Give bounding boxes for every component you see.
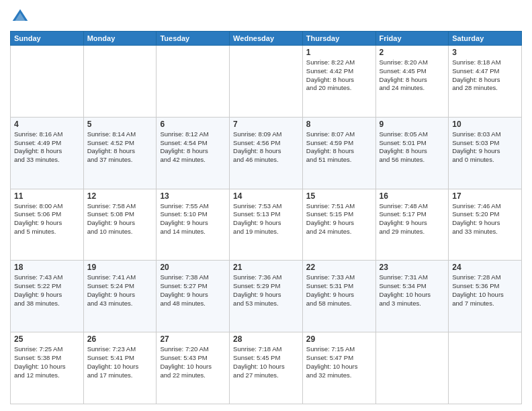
calendar-day-cell: 25Sunrise: 7:25 AMSunset: 5:38 PMDayligh…: [11, 332, 84, 404]
calendar-week-row: 4Sunrise: 8:16 AMSunset: 4:49 PMDaylight…: [11, 117, 522, 189]
calendar-day-cell: 14Sunrise: 7:53 AMSunset: 5:13 PMDayligh…: [230, 189, 303, 261]
day-info-line: Sunset: 5:29 PM: [233, 282, 299, 291]
calendar-day-cell: 15Sunrise: 7:51 AMSunset: 5:15 PMDayligh…: [302, 189, 375, 261]
calendar-day-cell: [449, 332, 522, 404]
day-info-line: Sunrise: 7:58 AM: [87, 202, 153, 211]
day-info-line: Sunrise: 7:15 AM: [306, 345, 372, 354]
day-info-line: Sunrise: 7:53 AM: [233, 202, 299, 211]
calendar-day-cell: 16Sunrise: 7:48 AMSunset: 5:17 PMDayligh…: [375, 189, 449, 261]
day-info-line: Sunset: 5:08 PM: [87, 210, 153, 219]
calendar-day-cell: 8Sunrise: 8:07 AMSunset: 4:59 PMDaylight…: [302, 117, 375, 189]
calendar-day-header: Wednesday: [230, 32, 303, 46]
calendar-day-cell: 19Sunrise: 7:41 AMSunset: 5:24 PMDayligh…: [83, 261, 157, 332]
day-info-line: Daylight: 9 hours: [233, 219, 299, 228]
calendar-day-cell: 27Sunrise: 7:20 AMSunset: 5:43 PMDayligh…: [157, 332, 230, 404]
calendar-day-cell: 23Sunrise: 7:31 AMSunset: 5:34 PMDayligh…: [375, 261, 449, 332]
day-info-line: Daylight: 8 hours: [452, 76, 518, 85]
calendar-day-header: Saturday: [449, 32, 522, 46]
calendar-day-cell: 18Sunrise: 7:43 AMSunset: 5:22 PMDayligh…: [11, 261, 84, 332]
day-info-line: Sunrise: 7:46 AM: [452, 202, 518, 211]
calendar-week-row: 11Sunrise: 8:00 AMSunset: 5:06 PMDayligh…: [11, 189, 522, 261]
day-number: 24: [452, 263, 518, 272]
page: SundayMondayTuesdayWednesdayThursdayFrid…: [0, 0, 532, 411]
day-info-line: Sunset: 4:54 PM: [160, 139, 226, 148]
day-info-line: Daylight: 8 hours: [380, 147, 445, 156]
day-info-line: Sunset: 5:47 PM: [306, 354, 372, 363]
day-info-line: Sunset: 4:47 PM: [452, 67, 518, 76]
day-info-line: Sunset: 5:38 PM: [14, 354, 80, 363]
day-number: 5: [87, 120, 153, 129]
day-info-line: Daylight: 8 hours: [306, 147, 372, 156]
day-info-line: Daylight: 8 hours: [233, 147, 299, 156]
day-info-line: Daylight: 8 hours: [87, 147, 153, 156]
day-info-line: Daylight: 9 hours: [306, 219, 372, 228]
day-info-line: Daylight: 10 hours: [233, 363, 299, 371]
day-info-line: Sunset: 5:01 PM: [380, 139, 445, 148]
calendar-day-cell: 12Sunrise: 7:58 AMSunset: 5:08 PMDayligh…: [83, 189, 157, 261]
day-info-line: Sunset: 5:15 PM: [306, 210, 372, 219]
day-info-line: and 33 minutes.: [14, 156, 80, 165]
day-info-line: Daylight: 9 hours: [452, 219, 518, 228]
day-info-line: and 58 minutes.: [306, 300, 372, 308]
day-info-line: Sunset: 5:31 PM: [306, 282, 372, 291]
day-info-line: Sunrise: 7:28 AM: [452, 273, 518, 282]
day-number: 13: [160, 191, 226, 201]
day-info-line: Daylight: 8 hours: [380, 76, 445, 85]
day-info-line: Daylight: 8 hours: [160, 147, 226, 156]
day-number: 4: [14, 120, 80, 129]
day-number: 29: [306, 334, 372, 344]
day-number: 17: [452, 191, 518, 201]
day-info-line: Daylight: 8 hours: [306, 76, 372, 85]
day-info-line: and 28 minutes.: [452, 84, 518, 93]
day-info-line: and 48 minutes.: [160, 300, 226, 308]
day-info-line: Daylight: 10 hours: [452, 291, 518, 300]
day-info-line: Sunrise: 7:31 AM: [380, 273, 445, 282]
day-info-line: Sunrise: 7:48 AM: [380, 202, 445, 211]
day-info-line: Sunset: 4:49 PM: [14, 139, 80, 148]
day-info-line: and 32 minutes.: [306, 371, 372, 380]
day-info-line: Sunset: 5:43 PM: [160, 354, 226, 363]
day-info-line: Daylight: 9 hours: [233, 291, 299, 300]
calendar-day-cell: 4Sunrise: 8:16 AMSunset: 4:49 PMDaylight…: [11, 117, 84, 189]
day-info-line: Sunset: 4:59 PM: [306, 139, 372, 148]
day-info-line: and 46 minutes.: [233, 156, 299, 165]
day-info-line: Sunrise: 8:12 AM: [160, 130, 226, 139]
day-number: 6: [160, 120, 226, 129]
calendar-day-cell: [157, 46, 230, 118]
day-info-line: and 29 minutes.: [380, 228, 445, 236]
day-info-line: Sunrise: 8:18 AM: [452, 58, 518, 67]
day-info-line: Sunrise: 8:09 AM: [233, 130, 299, 139]
day-info-line: Sunset: 5:17 PM: [380, 210, 445, 219]
day-info-line: Sunset: 5:22 PM: [14, 282, 80, 291]
day-number: 19: [87, 263, 153, 272]
day-info-line: Daylight: 9 hours: [87, 291, 153, 300]
day-info-line: and 51 minutes.: [306, 156, 372, 165]
day-info-line: and 5 minutes.: [14, 228, 80, 236]
day-info-line: Daylight: 10 hours: [14, 363, 80, 371]
day-info-line: and 17 minutes.: [87, 371, 153, 380]
day-info-line: Sunset: 5:13 PM: [233, 210, 299, 219]
calendar-day-header: Monday: [83, 32, 157, 46]
day-info-line: and 38 minutes.: [14, 300, 80, 308]
calendar-day-cell: [11, 46, 84, 118]
day-info-line: and 20 minutes.: [306, 84, 372, 93]
calendar-day-cell: [230, 46, 303, 118]
calendar-week-row: 25Sunrise: 7:25 AMSunset: 5:38 PMDayligh…: [11, 332, 522, 404]
calendar-day-header: Thursday: [302, 32, 375, 46]
day-info-line: Daylight: 10 hours: [160, 363, 226, 371]
day-number: 26: [87, 334, 153, 344]
day-info-line: Daylight: 9 hours: [14, 291, 80, 300]
day-number: 18: [14, 263, 80, 272]
calendar-day-cell: 22Sunrise: 7:33 AMSunset: 5:31 PMDayligh…: [302, 261, 375, 332]
calendar-day-cell: 10Sunrise: 8:03 AMSunset: 5:03 PMDayligh…: [449, 117, 522, 189]
day-info-line: Sunset: 4:45 PM: [380, 67, 445, 76]
day-info-line: Sunset: 5:20 PM: [452, 210, 518, 219]
calendar-day-cell: [83, 46, 157, 118]
day-info-line: Daylight: 9 hours: [380, 219, 445, 228]
day-info-line: Sunrise: 7:51 AM: [306, 202, 372, 211]
day-info-line: Sunrise: 7:33 AM: [306, 273, 372, 282]
day-number: 28: [233, 334, 299, 344]
day-number: 25: [14, 334, 80, 344]
calendar-day-cell: 9Sunrise: 8:05 AMSunset: 5:01 PMDaylight…: [375, 117, 449, 189]
day-info-line: Sunrise: 8:03 AM: [452, 130, 518, 139]
